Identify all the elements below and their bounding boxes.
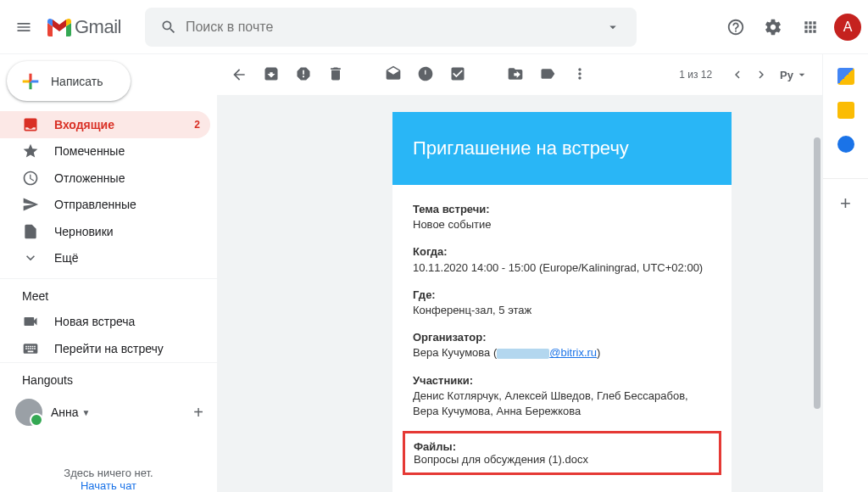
- email-toolbar: 1 из 12 Ру: [217, 54, 822, 95]
- delete-icon[interactable]: [327, 65, 344, 85]
- settings-icon[interactable]: [756, 10, 790, 44]
- where-value: Конференц-зал, 5 этаж: [413, 304, 531, 316]
- redacted-email-prefix: [497, 349, 549, 359]
- organizer-email-link[interactable]: @bitrix.ru: [549, 346, 597, 359]
- snooze-icon[interactable]: [417, 65, 434, 85]
- sidebar-item-label: Черновики: [54, 225, 114, 238]
- video-icon: [22, 313, 39, 330]
- mark-unread-icon[interactable]: [385, 65, 402, 85]
- labels-icon[interactable]: [539, 65, 556, 85]
- participants-value: Денис Котлярчук, Алексей Шведов, Глеб Бе…: [413, 389, 688, 417]
- sidebar-item-label: Помеченные: [54, 144, 125, 158]
- meet-join-meeting[interactable]: Перейти на встречу: [0, 335, 210, 362]
- sidebar-item-more[interactable]: Ещё: [0, 245, 210, 271]
- sidebar-item-label: Отложенные: [54, 171, 125, 185]
- sidebar-item-label: Входящие: [54, 118, 114, 131]
- search-options-icon[interactable]: [596, 10, 630, 44]
- more-icon[interactable]: [571, 65, 588, 85]
- compose-label: Написать: [51, 75, 103, 88]
- sidebar-item-label: Ещё: [54, 251, 79, 265]
- compose-button[interactable]: Написать: [7, 61, 131, 101]
- keep-addon-icon[interactable]: [837, 102, 854, 119]
- where-label: Где:: [413, 288, 711, 303]
- move-to-icon[interactable]: [507, 65, 524, 85]
- get-addons-icon[interactable]: +: [823, 178, 868, 215]
- sidebar-item-snoozed[interactable]: Отложенные: [0, 165, 210, 191]
- add-to-tasks-icon[interactable]: [449, 65, 466, 85]
- page-counter: 1 из 12: [679, 69, 712, 81]
- inbox-count-badge: 2: [194, 119, 200, 131]
- organizer-value: Вера Кучумова (@bitrix.ru): [413, 346, 600, 359]
- archive-icon[interactable]: [263, 65, 280, 85]
- main-menu-icon[interactable]: [3, 7, 44, 48]
- next-page-icon[interactable]: [749, 63, 773, 87]
- keyboard-icon: [22, 340, 39, 357]
- inbox-icon: [22, 116, 39, 133]
- send-icon: [22, 196, 39, 213]
- organizer-label: Организатор:: [413, 330, 711, 345]
- email-body-card: Приглашение на встречу Тема встречи: Нов…: [392, 112, 732, 492]
- chevron-down-icon: [22, 249, 39, 266]
- help-icon[interactable]: [719, 10, 753, 44]
- email-card-title: Приглашение на встречу: [392, 112, 732, 185]
- hangouts-empty-state: Здесь ничего нет. Начать чат: [0, 467, 217, 492]
- content-scrollbar[interactable]: [814, 137, 821, 409]
- spam-icon[interactable]: [295, 65, 312, 85]
- meet-section-title: Meet: [0, 279, 217, 308]
- meet-join-label: Перейти на встречу: [54, 342, 164, 355]
- plus-icon: [17, 68, 44, 95]
- side-panel: +: [822, 54, 868, 492]
- prev-page-icon[interactable]: [726, 63, 749, 87]
- gmail-logo-text: Gmail: [75, 16, 121, 38]
- input-language-selector[interactable]: Ру: [780, 68, 809, 81]
- hangouts-add-button[interactable]: +: [193, 403, 203, 422]
- search-input[interactable]: [186, 8, 596, 47]
- back-icon[interactable]: [231, 66, 248, 83]
- topic-label: Тема встречи:: [413, 202, 711, 217]
- files-label: Файлы:: [414, 440, 710, 453]
- gmail-logo-icon: [47, 18, 71, 36]
- chevron-down-icon: ▼: [82, 408, 91, 417]
- hangouts-current-user[interactable]: Анна ▼ +: [0, 392, 217, 433]
- sidebar-item-starred[interactable]: Помеченные: [0, 138, 210, 165]
- sidebar-item-label: Отправленные: [54, 198, 136, 211]
- star-icon: [22, 143, 39, 159]
- tasks-addon-icon[interactable]: [837, 136, 854, 153]
- app-header: Gmail А: [0, 0, 868, 54]
- account-avatar[interactable]: А: [834, 14, 861, 41]
- main-content: 1 из 12 Ру Приглашение на встречу Тема в…: [217, 54, 822, 492]
- search-icon[interactable]: [152, 10, 186, 44]
- hangouts-user-name: Анна: [51, 405, 79, 419]
- topic-value: Новое событие: [413, 218, 492, 231]
- sidebar-item-inbox[interactable]: Входящие 2: [0, 111, 210, 137]
- sidebar: Написать Входящие 2 Помеченные Отложенны…: [0, 54, 217, 492]
- sidebar-item-sent[interactable]: Отправленные: [0, 192, 210, 218]
- meet-new-meeting[interactable]: Новая встреча: [0, 308, 210, 335]
- search-bar[interactable]: [145, 8, 637, 47]
- start-chat-link[interactable]: Начать чат: [81, 479, 136, 492]
- draft-icon: [22, 223, 39, 240]
- clock-icon: [22, 170, 39, 187]
- files-highlight-box: Файлы: Вопросы для обсуждения (1).docx: [403, 431, 721, 475]
- hangouts-section-title: Hangouts: [0, 363, 217, 392]
- gmail-logo[interactable]: Gmail: [47, 16, 121, 38]
- sidebar-item-drafts[interactable]: Черновики: [0, 218, 210, 244]
- user-presence-icon: [15, 399, 42, 426]
- meet-new-label: Новая встреча: [54, 315, 135, 328]
- when-value: 10.11.2020 14:00 - 15:00 (Europe/Kalinin…: [413, 261, 703, 274]
- participants-label: Участники:: [413, 373, 711, 389]
- apps-icon[interactable]: [793, 10, 827, 44]
- calendar-addon-icon[interactable]: [837, 68, 854, 85]
- file-attachment-link[interactable]: Вопросы для обсуждения (1).docx: [414, 453, 588, 466]
- when-label: Когда:: [413, 244, 711, 260]
